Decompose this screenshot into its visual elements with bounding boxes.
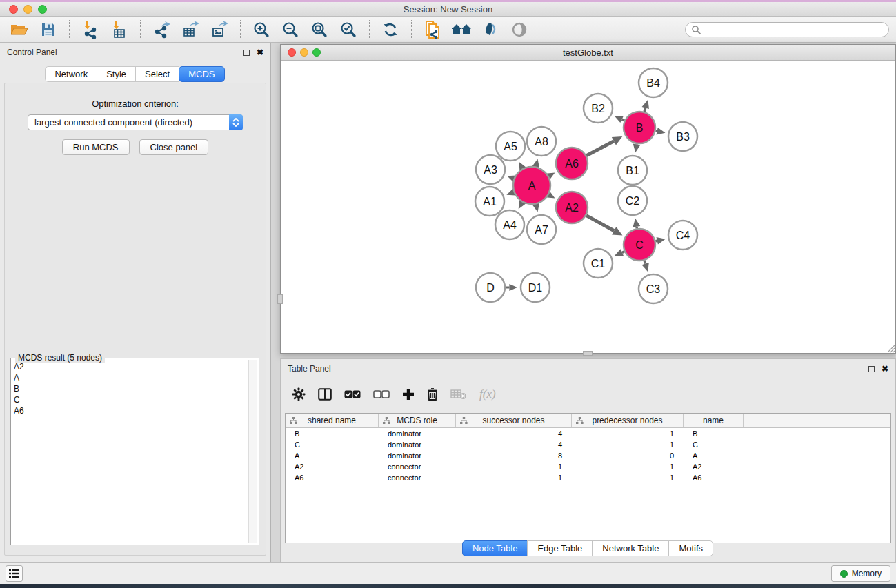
node-table[interactable]: shared nameMCDS rolesuccessor nodesprede…: [285, 413, 891, 543]
result-item[interactable]: B: [14, 383, 248, 394]
tab-motifs[interactable]: Motifs: [668, 540, 713, 556]
table-cell: A6: [684, 474, 744, 482]
window-title: Session: New Session: [0, 4, 896, 14]
table-settings-button[interactable]: [292, 387, 306, 401]
tab-mcds[interactable]: MCDS: [179, 66, 224, 82]
tab-style[interactable]: Style: [97, 66, 136, 82]
table-row[interactable]: Cdominator41C: [286, 439, 890, 450]
select-all-button[interactable]: [344, 390, 361, 398]
search-field[interactable]: [685, 22, 889, 37]
table-row[interactable]: A6connector11A6: [286, 472, 890, 483]
open-file-button[interactable]: [7, 19, 32, 41]
column-header[interactable]: shared name: [286, 414, 379, 427]
export-image-button[interactable]: [207, 19, 232, 41]
zoom-fit-icon: [310, 21, 328, 39]
table-row[interactable]: Adominator80A: [286, 450, 890, 461]
bottom-splitter-grip[interactable]: [583, 351, 593, 356]
tab-network-table[interactable]: Network Table: [592, 540, 669, 556]
trash-icon: [427, 387, 438, 401]
status-bar: Memory: [0, 562, 896, 584]
import-network-button[interactable]: [78, 19, 103, 41]
left-splitter-grip[interactable]: [277, 294, 283, 304]
export-network-button[interactable]: [149, 19, 174, 41]
tab-select[interactable]: Select: [135, 66, 179, 82]
table-cell: 1: [456, 463, 572, 471]
graph-edge[interactable]: [644, 108, 646, 112]
zoom-in-button[interactable]: [249, 19, 274, 41]
graph-edge[interactable]: [622, 119, 625, 121]
refresh-button[interactable]: [378, 19, 403, 41]
graph-node-label: A7: [535, 224, 548, 236]
graph-node-label: A8: [535, 136, 548, 148]
home-button[interactable]: [449, 19, 474, 41]
result-item[interactable]: A: [14, 372, 248, 383]
table-panel-title: Table Panel: [288, 364, 331, 374]
column-header[interactable]: MCDS role: [379, 414, 456, 427]
tab-node-table[interactable]: Node Table: [462, 540, 528, 556]
control-panel-title: Control Panel: [7, 48, 57, 57]
float-table-panel-icon[interactable]: [868, 366, 875, 372]
close-table-panel-icon[interactable]: ✖: [882, 365, 888, 373]
graph-edge[interactable]: [586, 141, 614, 156]
delete-table-button[interactable]: [450, 389, 467, 400]
delete-column-button[interactable]: [427, 387, 438, 401]
show-hide-button[interactable]: [507, 19, 532, 41]
column-header[interactable]: predecessor nodes: [572, 414, 684, 427]
table-cell: connector: [379, 474, 456, 482]
memory-button[interactable]: Memory: [831, 565, 890, 582]
column-header[interactable]: name: [684, 414, 744, 427]
save-icon: [40, 21, 57, 38]
save-session-button[interactable]: [36, 19, 61, 41]
zoom-fit-button[interactable]: [307, 19, 332, 41]
graph-edge[interactable]: [622, 252, 624, 252]
zoom-out-button[interactable]: [278, 19, 303, 41]
export-table-button[interactable]: [178, 19, 203, 41]
criterion-dropdown[interactable]: largest connected component (directed): [28, 114, 243, 130]
table-cell: C: [286, 440, 379, 449]
graph-edge[interactable]: [655, 241, 657, 241]
tab-network[interactable]: Network: [45, 66, 97, 82]
close-panel-button[interactable]: Close panel: [139, 139, 209, 155]
deselect-all-button[interactable]: [373, 390, 390, 398]
dropdown-stepper-icon: [229, 114, 243, 130]
graph-edge[interactable]: [644, 261, 645, 264]
apply-style-button[interactable]: [478, 19, 503, 41]
table-cell: A: [286, 452, 379, 460]
import-table-icon: [110, 21, 128, 39]
graph-node-label: A5: [504, 141, 517, 152]
column-header[interactable]: successor nodes: [456, 414, 572, 427]
result-item[interactable]: A6: [14, 405, 248, 416]
open-folder-icon: [10, 21, 29, 38]
network-canvas[interactable]: B4B2BB3A5A8A6A3B1AA1C2A2A4A7C4CC1C3DD1: [281, 61, 895, 353]
show-column-button[interactable]: [318, 388, 332, 401]
new-network-from-selection-button[interactable]: [420, 19, 445, 41]
resize-corner-icon[interactable]: [886, 344, 895, 353]
graph-node-label: B4: [646, 77, 660, 89]
float-panel-icon[interactable]: [243, 50, 250, 56]
table-cell: 0: [572, 452, 684, 460]
graph-node-label: A2: [565, 202, 579, 214]
function-builder-button[interactable]: f(x): [479, 387, 496, 401]
network-window-titlebar: testGlobe.txt: [281, 45, 895, 61]
eye-icon: [510, 22, 529, 37]
task-history-button[interactable]: [6, 565, 23, 582]
result-item[interactable]: A2: [14, 361, 248, 372]
main-toolbar: [0, 17, 896, 43]
tab-edge-table[interactable]: Edge Table: [527, 540, 593, 556]
import-table-button[interactable]: [107, 19, 132, 41]
import-network-icon: [81, 21, 99, 39]
control-panel: Control Panel ✖ NetworkStyleSelectMCDS O…: [0, 43, 271, 562]
table-row[interactable]: A2connector11A2: [286, 461, 890, 472]
toolbar-separator: [140, 20, 141, 39]
column-type-icon: [576, 417, 584, 425]
create-column-button[interactable]: [402, 388, 415, 401]
result-scrollbar[interactable]: [248, 360, 257, 543]
result-item[interactable]: C: [14, 394, 248, 405]
table-row[interactable]: Bdominator41B: [286, 428, 890, 439]
gear-icon: [292, 387, 306, 401]
close-panel-icon[interactable]: ✖: [257, 48, 263, 57]
run-mcds-button[interactable]: Run MCDS: [62, 139, 130, 155]
graph-edge[interactable]: [586, 216, 614, 231]
search-input[interactable]: [704, 25, 883, 34]
zoom-selected-button[interactable]: [336, 19, 361, 41]
